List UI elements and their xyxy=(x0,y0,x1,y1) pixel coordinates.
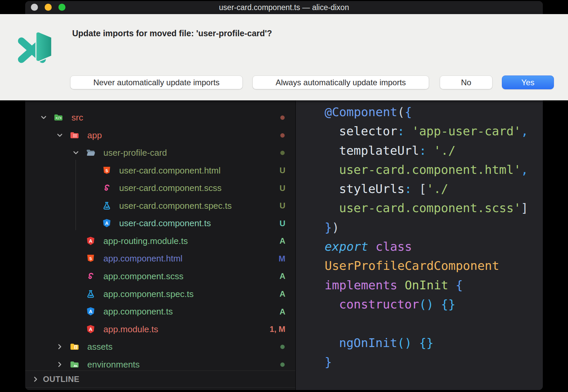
code-token: user-card.component.html' xyxy=(339,163,521,177)
code-token: ngOnInit xyxy=(339,336,397,350)
flask-icon xyxy=(86,289,96,299)
tree-item[interactable]: assets xyxy=(25,338,295,356)
code-token: './ xyxy=(426,182,448,196)
tree-item-label: user-profile-card xyxy=(103,144,167,162)
tree-item[interactable]: user-card.component.spec.tsU xyxy=(25,197,295,215)
tree-item[interactable]: app xyxy=(25,127,295,144)
tree-item[interactable]: </>src xyxy=(25,109,295,127)
tree-item[interactable]: user-profile-card xyxy=(25,144,295,162)
code-token: {} xyxy=(441,297,455,311)
section-label: OUTLINE xyxy=(43,375,80,384)
sidebar-section-npm-scripts[interactable]: NPM SCRIPTS xyxy=(25,387,295,390)
git-status-badge: A xyxy=(280,285,285,303)
always-update-imports-button[interactable]: Always automatically update imports xyxy=(252,76,429,89)
chevron-right-icon[interactable] xyxy=(55,342,65,352)
code-token: } xyxy=(325,355,332,369)
git-status-badge: A xyxy=(280,267,285,285)
git-status-dot xyxy=(280,151,285,155)
code-token: ] xyxy=(521,201,528,215)
tree-item[interactable]: app.component.spec.tsA xyxy=(25,285,295,303)
indent-guide xyxy=(76,160,76,230)
code-token: : xyxy=(419,144,426,157)
close-window-button[interactable] xyxy=(31,4,38,11)
code-line: ngOnInit() {} xyxy=(339,333,434,352)
git-status-badge: 1, M xyxy=(270,321,285,338)
tree-item-label: src xyxy=(72,109,83,127)
tree-item[interactable]: Aapp.module.ts1, M xyxy=(25,321,295,338)
code-token: OnInit xyxy=(405,278,448,292)
git-status-badge: A xyxy=(280,232,285,250)
chevron-down-icon[interactable] xyxy=(39,112,49,122)
code-token: styleUrls xyxy=(339,182,405,196)
code-line: export class xyxy=(325,237,412,256)
svg-text:A: A xyxy=(89,326,92,332)
code-token: , xyxy=(521,124,528,138)
tree-item-label: app.component.html xyxy=(103,250,183,267)
never-update-imports-button[interactable]: Never automatically update imports xyxy=(70,76,243,89)
git-status-badge: M xyxy=(279,250,285,267)
tree-item[interactable]: 5user-card.component.htmlU xyxy=(25,162,295,180)
minimize-window-button[interactable] xyxy=(45,4,52,11)
code-token: selector xyxy=(339,124,397,138)
yes-button[interactable]: Yes xyxy=(502,76,554,89)
tree-item[interactable]: 5app.component.htmlM xyxy=(25,250,295,267)
update-imports-dialog: Update imports for moved file: 'user-pro… xyxy=(0,14,568,100)
tree-item[interactable]: app.component.scssA xyxy=(25,267,295,285)
chevron-down-icon[interactable] xyxy=(71,148,81,158)
tree-item-label: user-card.component.scss xyxy=(119,179,222,197)
code-token: {} xyxy=(419,336,433,350)
tree-item-label: user-card.component.html xyxy=(119,162,221,180)
no-button[interactable]: No xyxy=(440,76,492,89)
tree-item[interactable]: Auser-card.component.tsU xyxy=(25,214,295,232)
angular-red-icon: A xyxy=(86,324,96,334)
sidebar-section-outline[interactable]: OUTLINE xyxy=(25,371,295,388)
code-token: () xyxy=(419,297,433,311)
html5-icon: 5 xyxy=(86,253,96,263)
code-token: , xyxy=(521,163,528,177)
folder-assets-icon xyxy=(69,342,80,352)
tree-item-label: user-card.component.spec.ts xyxy=(119,197,232,215)
git-status-badge: U xyxy=(280,197,285,215)
code-token xyxy=(412,182,419,196)
code-line: styleUrls: ['./ xyxy=(339,179,448,199)
tree-item-label: app xyxy=(87,127,102,144)
chevron-right-icon[interactable] xyxy=(55,359,65,370)
code-token xyxy=(412,336,419,350)
folder-env-icon xyxy=(69,359,80,370)
code-token xyxy=(426,144,434,157)
code-token: { xyxy=(456,278,463,292)
titlebar: user-card.component.ts — alice-dixon xyxy=(25,1,543,14)
code-token: { xyxy=(405,105,412,119)
tree-item[interactable]: Aapp-routing.module.tsA xyxy=(25,232,295,250)
maximize-window-button[interactable] xyxy=(58,4,65,11)
chevron-down-icon[interactable] xyxy=(55,130,65,140)
code-token: UserProfileCardComponent xyxy=(325,259,499,273)
code-token: [ xyxy=(419,182,426,196)
git-status-badge: U xyxy=(280,214,285,232)
code-token xyxy=(448,278,456,292)
code-token: class xyxy=(376,240,412,253)
angular-blue-icon: A xyxy=(86,306,96,316)
code-line: UserProfileCardComponent xyxy=(325,256,499,276)
code-token: ) xyxy=(332,220,339,234)
git-status-badge: A xyxy=(280,303,285,321)
code-token xyxy=(397,278,405,292)
code-token xyxy=(434,297,441,311)
sass-icon xyxy=(86,271,96,281)
tree-item-label: app-routing.module.ts xyxy=(103,232,188,250)
tree-item[interactable]: user-card.component.scssU xyxy=(25,179,295,197)
folder-open-icon xyxy=(86,148,96,158)
tree-item[interactable]: Aapp.component.tsA xyxy=(25,303,295,321)
svg-text:A: A xyxy=(89,309,92,314)
angular-blue-icon: A xyxy=(102,218,112,228)
code-token: () xyxy=(397,336,412,350)
code-token: @Component xyxy=(325,105,397,119)
svg-text:</>: </> xyxy=(55,116,61,120)
code-line: } xyxy=(325,352,332,372)
tree-item-label: app.component.scss xyxy=(103,267,183,285)
code-token: : xyxy=(397,124,405,138)
tree-item-label: app.component.ts xyxy=(103,303,173,321)
code-line: implements OnInit { xyxy=(325,275,463,295)
code-line: user-card.component.html', xyxy=(339,160,528,179)
code-token: ( xyxy=(397,105,405,119)
